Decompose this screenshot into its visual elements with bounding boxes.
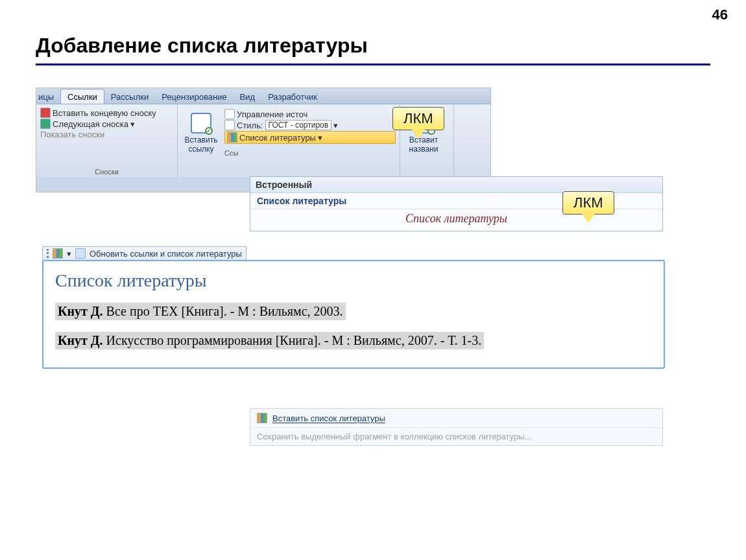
group-citations-label: Ссы [224, 148, 396, 158]
ribbon-tabs: ицы Ссылки Рассылки Рецензирование Вид Р… [36, 88, 490, 104]
callout-lkm-1: ЛКМ [392, 107, 444, 130]
bibliography-content-control: ▾ Обновить ссылки и список литературы Сп… [42, 246, 665, 369]
btn-insert-citation[interactable]: Вставить ссылку [182, 107, 221, 159]
callout-lkm-2: ЛКМ [562, 191, 614, 215]
bib-entry: Кнут Д. Искусство программирования [Книг… [55, 332, 484, 349]
endnote-icon [40, 108, 51, 118]
tab-review[interactable]: Рецензирование [155, 89, 233, 104]
gallery-footer-menu: Вставить список литературы Сохранить выд… [250, 408, 663, 446]
btn-next-footnote-label: Следующая сноска [53, 119, 128, 129]
tab-developer[interactable]: Разработчик [261, 89, 324, 104]
btn-manage-sources[interactable]: Управление источ [224, 109, 396, 119]
btn-next-footnote[interactable]: Следующая сноска ▾ [40, 119, 173, 129]
bib-entry-author: Кнут Д. [58, 304, 103, 318]
btn-manage-sources-label: Управление источ [237, 110, 307, 119]
update-icon [75, 248, 86, 259]
tab-partial[interactable]: ицы [36, 89, 60, 104]
group-footnotes: Вставить концевую сноску Следующая сноск… [36, 104, 178, 177]
menu-save-selection: Сохранить выделенный фрагмент в коллекци… [250, 428, 662, 445]
bib-entry-text: Искусство программирования [Книга]. - М … [103, 333, 482, 347]
update-bibliography-label[interactable]: Обновить ссылки и список литературы [90, 249, 242, 259]
menu-save-selection-label: Сохранить выделенный фрагмент в коллекци… [257, 432, 531, 441]
bibliography-body: Список литературы Кнут Д. Все про ТЕХ [К… [42, 260, 665, 369]
callout-lkm-2-label: ЛКМ [573, 194, 603, 211]
bib-entry-text: Все про ТЕХ [Книга]. - М : Вильямс, 2003… [103, 304, 343, 318]
insert-citation-icon [191, 113, 211, 134]
tab-references[interactable]: Ссылки [60, 89, 104, 104]
style-selector[interactable]: Стиль: ГОСТ - сортиров ▾ [224, 120, 396, 130]
next-footnote-icon [40, 119, 51, 129]
btn-show-footnotes[interactable]: Показать сноски [40, 130, 173, 139]
group-footnotes-label: Сноски [40, 167, 173, 177]
group-citations: Вставить ссылку Управление источ Стиль: … [178, 104, 400, 177]
style-icon [224, 120, 235, 130]
slide-title: Добавление списка литературы [36, 34, 368, 58]
btn-insert-endnote[interactable]: Вставить концевую сноску [40, 108, 173, 118]
btn-show-footnotes-label: Показать сноски [40, 130, 104, 139]
menu-insert-bibliography[interactable]: Вставить список литературы [250, 409, 662, 428]
books-icon [227, 132, 237, 143]
grip-icon[interactable] [47, 249, 49, 258]
style-value[interactable]: ГОСТ - сортиров [265, 120, 332, 130]
title-rule [36, 64, 710, 65]
page-number: 46 [712, 6, 728, 23]
callout-lkm-1-label: ЛКМ [403, 110, 433, 126]
tab-view[interactable]: Вид [234, 89, 262, 104]
books-icon [53, 248, 63, 259]
style-label: Стиль: [237, 121, 263, 130]
bibliography-heading: Список литературы [55, 270, 652, 291]
bib-entry-author: Кнут Д. [58, 333, 103, 347]
btn-insert-endnote-label: Вставить концевую сноску [53, 108, 156, 118]
btn-insert-citation-label: Вставить ссылку [185, 135, 218, 154]
menu-insert-bibliography-label: Вставить список литературы [272, 414, 385, 423]
bib-entry: Кнут Д. Все про ТЕХ [Книга]. - М : Вилья… [55, 303, 346, 320]
btn-bibliography-list-label: Список литературы [239, 133, 316, 143]
manage-sources-icon [224, 109, 235, 119]
tab-mailings[interactable]: Рассылки [104, 89, 155, 104]
content-control-tab[interactable]: ▾ Обновить ссылки и список литературы [42, 246, 247, 260]
books-icon [257, 413, 267, 423]
btn-bibliography-list[interactable]: Список литературы ▾ [224, 131, 396, 144]
